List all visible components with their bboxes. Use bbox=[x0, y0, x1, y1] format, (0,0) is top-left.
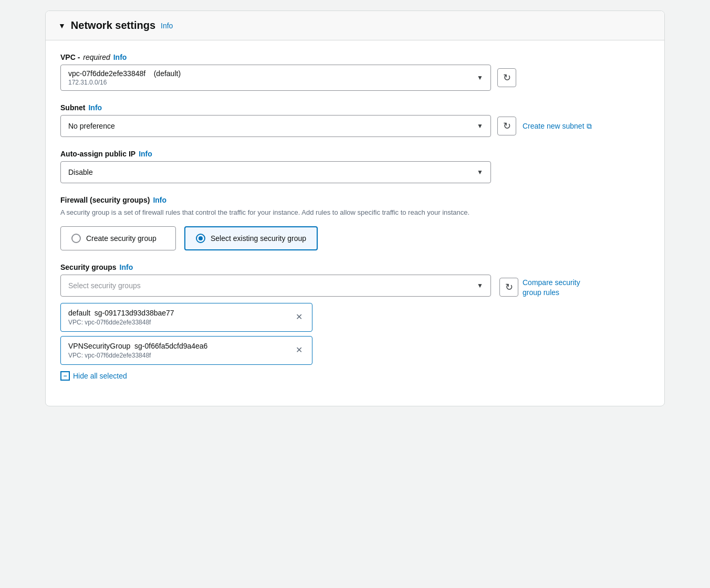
security-groups-info-link[interactable]: Info bbox=[120, 263, 133, 271]
network-settings-panel: ▼ Network settings Info VPC - required I… bbox=[45, 10, 665, 406]
create-new-subnet-link[interactable]: Create new subnet ⧉ bbox=[523, 122, 592, 131]
panel-title: Network settings bbox=[71, 19, 155, 32]
subnet-label-text: Subnet bbox=[60, 103, 85, 112]
auto-assign-label-text: Auto-assign public IP bbox=[60, 150, 135, 158]
group-item-name-0: default sg-091713d93d38bae77 bbox=[68, 309, 174, 317]
panel-content: VPC - required Info vpc-07f6dde2efe33848… bbox=[46, 40, 664, 406]
vpc-info-link[interactable]: Info bbox=[113, 53, 127, 61]
auto-assign-info-link[interactable]: Info bbox=[139, 150, 152, 158]
compare-security-group-rules-link[interactable]: Compare security group rules bbox=[523, 278, 596, 298]
security-groups-select[interactable]: Select security groups ▼ bbox=[60, 275, 491, 297]
selected-group-item-1: VPNSecurityGroup sg-0f66fa5dcfd9a4ea6 VP… bbox=[60, 336, 312, 365]
vpc-label: VPC - required Info bbox=[60, 53, 650, 61]
subnet-info-link[interactable]: Info bbox=[88, 103, 102, 112]
vpc-label-text: VPC - bbox=[60, 53, 80, 61]
security-groups-dropdown-arrow: ▼ bbox=[477, 282, 483, 289]
firewall-description: A security group is a set of firewall ru… bbox=[60, 207, 650, 218]
auto-assign-dropdown-arrow: ▼ bbox=[477, 169, 483, 176]
firewall-label-text: Firewall (security groups) bbox=[60, 196, 150, 204]
select-existing-security-group-option[interactable]: Select existing security group bbox=[184, 226, 318, 250]
security-groups-field-group: Security groups Info Select security gro… bbox=[60, 263, 650, 381]
selected-groups-list: default sg-091713d93d38bae77 VPC: vpc-07… bbox=[60, 303, 491, 365]
group-item-vpc-0: VPC: vpc-07f6dde2efe33848f bbox=[68, 319, 174, 326]
external-link-icon: ⧉ bbox=[587, 122, 592, 131]
subnet-select[interactable]: No preference ▼ bbox=[60, 115, 491, 137]
group-item-info-0: default sg-091713d93d38bae77 VPC: vpc-07… bbox=[68, 309, 174, 326]
subnet-label: Subnet Info bbox=[60, 103, 650, 112]
security-groups-placeholder: Select security groups bbox=[68, 281, 141, 290]
selected-group-item-0: default sg-091713d93d38bae77 VPC: vpc-07… bbox=[60, 303, 312, 332]
hide-all-selected-link[interactable]: − Hide all selected bbox=[60, 371, 491, 381]
collapse-icon[interactable]: ▼ bbox=[58, 22, 66, 30]
create-subnet-text: Create new subnet bbox=[523, 122, 584, 130]
vpc-refresh-button[interactable]: ↻ bbox=[497, 68, 516, 87]
group-item-name-1: VPNSecurityGroup sg-0f66fa5dcfd9a4ea6 bbox=[68, 342, 207, 350]
vpc-select-content: vpc-07f6dde2efe33848f (default) 172.31.0… bbox=[68, 69, 181, 86]
subnet-refresh-button[interactable]: ↻ bbox=[497, 117, 516, 135]
compare-refresh-button[interactable]: ↻ bbox=[499, 278, 518, 297]
compare-link-group: ↻ Compare security group rules bbox=[499, 278, 596, 298]
auto-assign-select[interactable]: Disable ▼ bbox=[60, 161, 491, 183]
firewall-label: Firewall (security groups) Info bbox=[60, 196, 650, 204]
security-groups-label-text: Security groups bbox=[60, 263, 117, 271]
remove-group-1-button[interactable]: ✕ bbox=[294, 346, 305, 354]
firewall-field-group: Firewall (security groups) Info A securi… bbox=[60, 196, 650, 250]
subnet-select-value: No preference bbox=[68, 122, 115, 130]
group-item-vpc-1: VPC: vpc-07f6dde2efe33848f bbox=[68, 352, 207, 359]
vpc-select-main: vpc-07f6dde2efe33848f (default) bbox=[68, 69, 181, 78]
vpc-required-text: required bbox=[83, 53, 110, 61]
vpc-field-row: vpc-07f6dde2efe33848f (default) 172.31.0… bbox=[60, 65, 650, 91]
create-security-group-label: Create security group bbox=[86, 234, 156, 243]
security-groups-row: Select security groups ▼ default sg-0917… bbox=[60, 275, 650, 381]
create-subnet-link-group: Create new subnet ⧉ bbox=[523, 122, 592, 131]
hide-all-icon: − bbox=[60, 371, 70, 381]
auto-assign-field-group: Auto-assign public IP Info Disable ▼ bbox=[60, 150, 650, 183]
vpc-dropdown-arrow: ▼ bbox=[477, 74, 483, 81]
panel-header: ▼ Network settings Info bbox=[46, 11, 664, 40]
create-security-group-radio bbox=[71, 234, 81, 243]
firewall-radio-options: Create security group Select existing se… bbox=[60, 226, 650, 250]
auto-assign-label: Auto-assign public IP Info bbox=[60, 150, 650, 158]
select-existing-security-group-radio bbox=[196, 234, 205, 243]
remove-group-0-button[interactable]: ✕ bbox=[294, 313, 305, 321]
vpc-select-sub: 172.31.0.0/16 bbox=[68, 79, 181, 86]
vpc-select[interactable]: vpc-07f6dde2efe33848f (default) 172.31.0… bbox=[60, 65, 491, 91]
group-item-info-1: VPNSecurityGroup sg-0f66fa5dcfd9a4ea6 VP… bbox=[68, 342, 207, 359]
auto-assign-field-row: Disable ▼ bbox=[60, 161, 650, 183]
firewall-info-link[interactable]: Info bbox=[153, 196, 166, 204]
subnet-dropdown-arrow: ▼ bbox=[477, 122, 483, 130]
vpc-field-group: VPC - required Info vpc-07f6dde2efe33848… bbox=[60, 53, 650, 91]
subnet-field-row: No preference ▼ ↻ Create new subnet ⧉ bbox=[60, 115, 650, 137]
security-groups-label: Security groups Info bbox=[60, 263, 650, 271]
hide-all-text: Hide all selected bbox=[73, 372, 127, 380]
subnet-field-group: Subnet Info No preference ▼ ↻ Create new… bbox=[60, 103, 650, 137]
network-settings-info-link[interactable]: Info bbox=[161, 22, 173, 30]
radio-dot bbox=[199, 236, 203, 240]
create-security-group-option[interactable]: Create security group bbox=[60, 226, 176, 250]
select-existing-security-group-label: Select existing security group bbox=[211, 234, 306, 243]
auto-assign-value: Disable bbox=[68, 168, 93, 176]
